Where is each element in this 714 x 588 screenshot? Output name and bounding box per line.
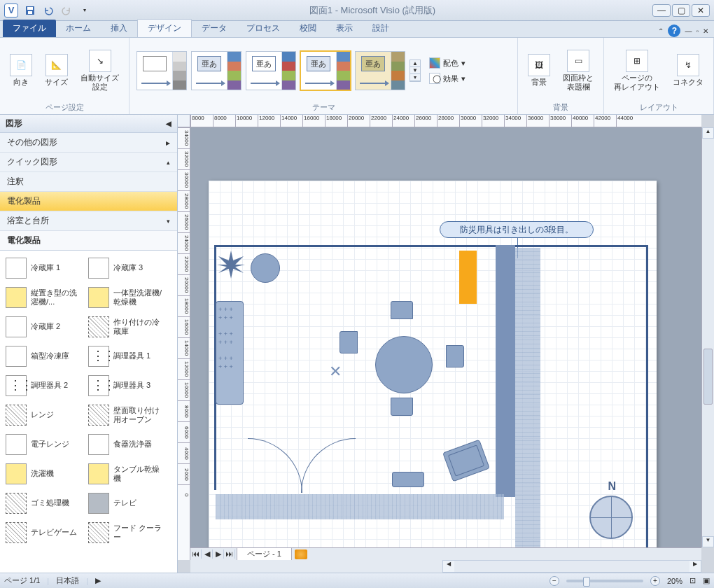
tab-insert[interactable]: 挿入 (101, 20, 137, 37)
chair-top[interactable] (391, 301, 413, 319)
save-icon[interactable] (22, 3, 38, 18)
zoom-in-button[interactable]: + (650, 576, 660, 586)
shape-item[interactable]: テレビ (85, 489, 168, 518)
zoom-out-button[interactable]: − (550, 576, 559, 586)
tab-home[interactable]: ホーム (56, 20, 101, 37)
fullscreen-icon[interactable]: ▣ (703, 576, 710, 585)
orientation-button[interactable]: 📄向き (6, 52, 36, 88)
scroll-down-icon[interactable]: ▼ (702, 536, 714, 547)
page-tab-1[interactable]: ページ - 1 (237, 548, 292, 561)
shape-item[interactable]: 作り付けの冷蔵庫 (85, 312, 168, 342)
shape-item[interactable]: 壁面取り付け用オーブン (85, 400, 168, 430)
shape-item[interactable]: 調理器具 2 (3, 371, 85, 400)
scroll-right-icon[interactable]: ▶ (690, 561, 701, 572)
shape-item[interactable]: 一体型洗濯機/乾燥機 (85, 283, 168, 312)
shape-item[interactable]: 冷蔵庫 1 (3, 253, 85, 283)
shape-item[interactable]: フード クーラー (85, 518, 168, 547)
x-mark-shape[interactable]: ✕ (329, 363, 342, 381)
doc-restore-icon[interactable]: ▫ (696, 27, 699, 35)
page-last-icon[interactable]: ⏭ (224, 550, 235, 559)
vscroll-thumb[interactable] (704, 349, 713, 405)
effects-button[interactable]: ◯効果 ▾ (426, 71, 468, 85)
shape-item[interactable]: 縦置き型の洗濯機/... (3, 283, 85, 312)
shape-item[interactable]: 調理器具 3 (85, 371, 168, 400)
tab-file[interactable]: ファイル (3, 20, 56, 37)
compass-shape[interactable] (589, 496, 633, 539)
vertical-scrollbar[interactable]: ▲ ▼ (701, 127, 714, 547)
shape-item[interactable]: レンジ (3, 400, 85, 430)
drawing-page[interactable]: 防災用具は引き出しの3段目。 ✕ (209, 181, 657, 547)
chair-bottom[interactable] (391, 398, 413, 416)
shape-item[interactable]: 食器洗浄器 (85, 430, 168, 459)
shape-item[interactable]: 冷蔵庫 2 (3, 312, 85, 342)
stencil-more-shapes[interactable]: その他の図形▸ (0, 133, 177, 153)
theme-item-2[interactable]: 亜あ (191, 51, 241, 90)
stencil-appliances[interactable]: 電化製品 (0, 192, 177, 211)
shape-item[interactable]: 電子レンジ (3, 430, 85, 459)
size-button[interactable]: 📐サイズ (41, 52, 72, 88)
sofa-shape[interactable] (216, 301, 244, 405)
horizontal-scrollbar[interactable]: ◀ ▶ (442, 560, 701, 573)
redo-icon[interactable] (59, 3, 74, 18)
deck-vertical[interactable] (515, 248, 540, 547)
minimize-button[interactable]: — (652, 4, 671, 17)
page-next-icon[interactable]: ▶ (213, 550, 224, 559)
theme-item-1[interactable] (136, 51, 187, 90)
help-icon[interactable]: ? (668, 24, 680, 37)
border-title-button[interactable]: ▭図面枠と 表題欄 (559, 48, 598, 93)
deck-horizontal[interactable] (216, 494, 504, 519)
autosize-button[interactable]: ↘自動サイズ 設定 (76, 48, 123, 93)
stencil-bath-kitchen[interactable]: 浴室と台所▾ (0, 211, 177, 231)
interior-wall[interactable] (496, 245, 515, 497)
chair-right[interactable] (446, 345, 464, 368)
tab-plan[interactable]: 設計 (363, 20, 399, 37)
page-first-icon[interactable]: ⏮ (190, 550, 202, 559)
doc-close-icon[interactable]: ✕ (703, 27, 708, 35)
insert-page-icon[interactable] (295, 550, 307, 559)
ribbon-min-icon[interactable]: ⌃ (658, 27, 664, 35)
tab-review[interactable]: 校閲 (290, 20, 326, 37)
zoom-level[interactable]: 20% (667, 577, 682, 585)
doc-minimize-icon[interactable]: — (685, 27, 692, 35)
vscroll-track[interactable] (702, 139, 714, 536)
macro-record-icon[interactable]: ▶ (95, 576, 101, 585)
hscroll-track[interactable] (454, 561, 690, 572)
stencil-quick-shapes[interactable]: クイック図形▴ (0, 153, 177, 172)
shape-item[interactable]: ゴミ処理機 (3, 489, 85, 518)
shape-item[interactable]: 冷蔵庫 3 (85, 253, 168, 283)
shape-item[interactable]: テレビゲーム (3, 518, 85, 547)
shape-item[interactable]: 調理器具 1 (85, 342, 168, 371)
stencil-annotations[interactable]: 注釈 (0, 172, 177, 192)
shape-item[interactable]: 箱型冷凍庫 (3, 342, 85, 371)
relayout-button[interactable]: ⊞ページの 再レイアウト (610, 48, 664, 93)
cabinet-shape[interactable] (459, 251, 477, 304)
shape-item[interactable]: タンブル乾燥機 (85, 459, 168, 489)
maximize-button[interactable]: ▢ (672, 4, 690, 17)
round-table[interactable] (375, 336, 433, 393)
chair-left[interactable] (340, 331, 358, 354)
tab-process[interactable]: プロセス (237, 20, 290, 37)
theme-item-5[interactable]: 亜あ (355, 51, 405, 90)
qat-customize-icon[interactable]: ▾ (77, 3, 92, 18)
connectors-button[interactable]: ↯コネクタ (668, 52, 708, 88)
gallery-more-icon[interactable]: ▾ (410, 74, 420, 81)
fit-window-icon[interactable]: ⊡ (690, 576, 696, 585)
page-prev-icon[interactable]: ◀ (202, 550, 213, 559)
close-button[interactable]: ✕ (692, 4, 710, 17)
sink-shape[interactable] (392, 472, 424, 487)
gallery-up-icon[interactable]: ▲ (410, 60, 420, 67)
tab-data[interactable]: データ (192, 20, 237, 37)
undo-icon[interactable] (41, 3, 56, 18)
scroll-left-icon[interactable]: ◀ (443, 561, 454, 572)
zoom-slider[interactable] (566, 580, 643, 582)
canvas-viewport[interactable]: 防災用具は引き出しの3段目。 ✕ (190, 127, 701, 547)
theme-item-3[interactable]: 亜あ (246, 51, 296, 90)
background-button[interactable]: 🖼背景 (524, 52, 554, 88)
theme-item-4[interactable]: 亜あ (300, 51, 351, 90)
scroll-up-icon[interactable]: ▲ (702, 127, 714, 139)
shapes-collapse-icon[interactable]: ◀ (166, 120, 172, 127)
tab-design[interactable]: デザイン (137, 19, 192, 37)
colors-button[interactable]: 配色 ▾ (426, 56, 468, 70)
gallery-down-icon[interactable]: ▼ (410, 67, 420, 74)
small-table[interactable] (251, 253, 280, 283)
